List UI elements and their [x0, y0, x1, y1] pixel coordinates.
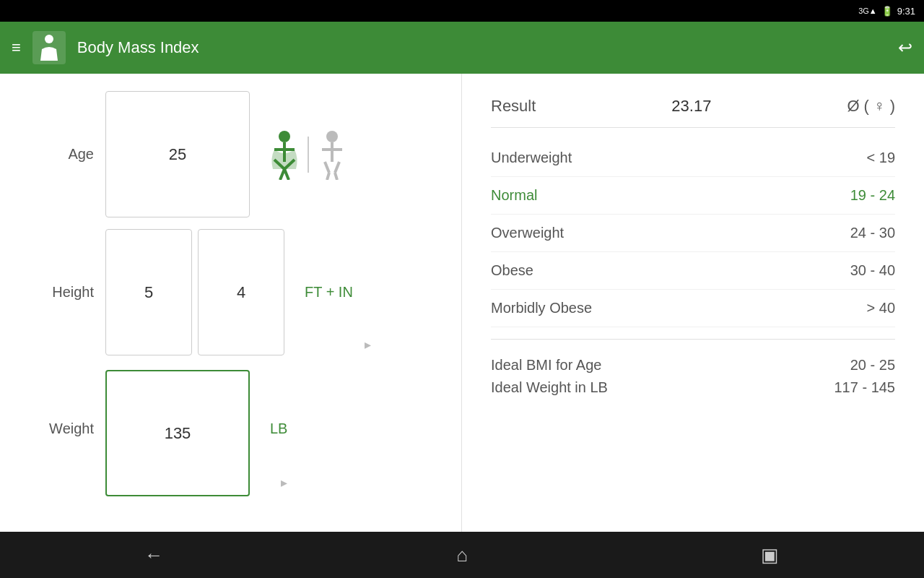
bmi-range-value: 19 - 24	[850, 187, 895, 204]
svg-line-13	[327, 173, 329, 180]
svg-point-8	[326, 131, 338, 142]
menu-icon[interactable]: ≡	[12, 38, 21, 57]
height-ft-input[interactable]: 5	[105, 229, 192, 355]
svg-line-11	[325, 162, 329, 173]
back-nav-button[interactable]: ←	[125, 539, 183, 571]
height-unit-label: FT + IN	[305, 284, 353, 301]
gender-selector[interactable]	[267, 129, 349, 180]
app-bar: ≡ Body Mass Index ↩	[0, 22, 924, 74]
bmi-row: Underweight < 19	[491, 139, 895, 177]
svg-point-0	[45, 35, 53, 43]
female-icon[interactable]	[267, 129, 302, 180]
gender-divider	[308, 137, 309, 173]
age-input[interactable]: 25	[105, 91, 250, 217]
bmi-row: Obese 30 - 40	[491, 252, 895, 290]
time-display: 9:31	[897, 6, 915, 17]
weight-input[interactable]: 135	[105, 370, 250, 496]
app-title: Body Mass Index	[77, 38, 886, 57]
ideal-bmi-row: Ideal BMI for Age 20 - 25	[491, 357, 895, 374]
weight-unit-label: LB	[270, 420, 287, 437]
ideal-weight-value: 117 - 145	[834, 379, 895, 396]
bottom-nav: ← ⌂ ▣	[0, 532, 924, 578]
back-icon[interactable]: ↩	[898, 38, 912, 58]
age-row: Age 25	[22, 91, 440, 217]
bmi-row: Normal 19 - 24	[491, 177, 895, 215]
weight-scroll-indicator: ▸	[281, 475, 287, 491]
status-bar: 3G▲ 🔋 9:31	[0, 0, 924, 22]
bmi-range-value: 24 - 30	[850, 225, 895, 241]
bmi-category-name: Normal	[491, 187, 537, 204]
svg-line-14	[335, 173, 337, 180]
svg-line-7	[284, 169, 289, 180]
bmi-range-value: < 19	[867, 150, 895, 166]
left-panel: Age 25	[0, 74, 462, 532]
ideal-section: Ideal BMI for Age 20 - 25 Ideal Weight i…	[491, 357, 895, 396]
bmi-ideal-divider	[491, 339, 895, 340]
result-label: Result	[491, 97, 536, 116]
weight-label: Weight	[22, 420, 94, 437]
home-nav-button[interactable]: ⌂	[433, 539, 491, 571]
scroll-indicator: ▸	[365, 337, 371, 353]
bmi-category-name: Underweight	[491, 150, 572, 166]
ideal-weight-row: Ideal Weight in LB 117 - 145	[491, 379, 895, 396]
bmi-table: Underweight < 19 Normal 19 - 24 Overweig…	[491, 139, 895, 327]
bmi-range-value: > 40	[867, 300, 895, 316]
height-label: Height	[22, 284, 94, 301]
network-signal-icon: 3G▲	[858, 7, 877, 15]
main-content: Age 25	[0, 74, 924, 532]
ideal-weight-label: Ideal Weight in LB	[491, 379, 608, 396]
result-gender: Ø ( ♀ )	[847, 97, 895, 116]
age-label: Age	[22, 146, 94, 163]
height-inputs: 5 4	[105, 229, 284, 355]
right-panel: Result 23.17 Ø ( ♀ ) Underweight < 19 No…	[462, 74, 924, 532]
battery-icon: 🔋	[881, 6, 893, 17]
bmi-row: Morbidly Obese > 40	[491, 290, 895, 327]
height-row: Height 5 4 FT + IN ▸	[22, 229, 440, 355]
recent-nav-button[interactable]: ▣	[741, 539, 799, 571]
weight-row: Weight 135 LB ▸	[22, 370, 440, 496]
svg-line-12	[335, 162, 339, 173]
svg-point-1	[279, 131, 290, 142]
bmi-category-name: Obese	[491, 262, 533, 279]
result-row: Result 23.17 Ø ( ♀ )	[491, 88, 895, 128]
bmi-row: Overweight 24 - 30	[491, 215, 895, 252]
height-in-input[interactable]: 4	[198, 229, 284, 355]
bmi-category-name: Morbidly Obese	[491, 300, 592, 316]
app-logo	[32, 31, 66, 64]
male-icon[interactable]	[315, 129, 349, 180]
ideal-bmi-value: 20 - 25	[850, 357, 895, 374]
ideal-bmi-label: Ideal BMI for Age	[491, 357, 601, 374]
bmi-category-name: Overweight	[491, 225, 564, 241]
bmi-range-value: 30 - 40	[850, 262, 895, 279]
result-value: 23.17	[671, 97, 711, 116]
